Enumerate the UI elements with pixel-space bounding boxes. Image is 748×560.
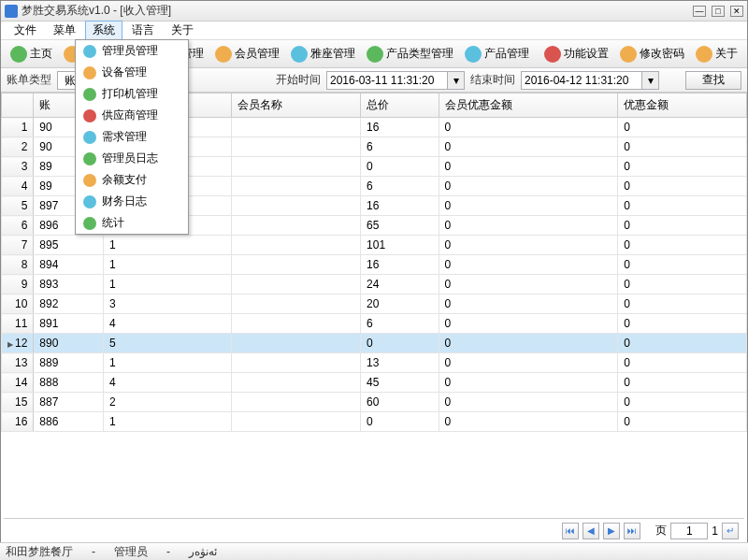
menubar: 文件菜单系统语言关于 (1, 22, 747, 40)
table-row[interactable]: 168861000 (2, 412, 747, 432)
sysmenu-item-6[interactable]: 余额支付 (76, 169, 188, 191)
pager-page-input[interactable] (670, 523, 708, 539)
row-header[interactable]: 11 (2, 314, 34, 334)
titlebar: 梦胜交易系统v1.0 - [收入管理] — □ ✕ (1, 1, 747, 22)
tool-产品管理[interactable]: 产品管理 (459, 43, 535, 65)
col-2[interactable]: 会员名称 (232, 93, 361, 118)
sysmenu-item-2[interactable]: 打印机管理 (76, 83, 188, 105)
tool-icon (291, 46, 308, 63)
menu-item-icon (83, 217, 96, 230)
pager-go-icon[interactable]: ↵ (722, 523, 739, 539)
status-user-role: 管理员 (114, 544, 148, 560)
menu-item-icon (83, 109, 96, 122)
menu-item-icon (83, 195, 96, 208)
menu-3[interactable]: 语言 (124, 21, 162, 40)
table-row[interactable]: 1488844500 (2, 373, 747, 393)
menu-1[interactable]: 菜单 (46, 21, 83, 40)
tool-icon (367, 46, 383, 63)
tool-icon (696, 46, 712, 63)
col-3[interactable]: 总价 (361, 93, 439, 118)
tool-关于[interactable]: 关于 (690, 43, 743, 65)
pager-next-icon[interactable]: ▶ (603, 523, 620, 539)
label-start-time: 开始时间 (276, 72, 321, 88)
row-header[interactable]: 7 (2, 236, 34, 255)
close-button[interactable]: ✕ (730, 6, 743, 17)
tool-会员管理[interactable]: 会员管理 (209, 43, 285, 65)
col-5[interactable]: 优惠金额 (618, 93, 747, 118)
system-menu-dropdown: 管理员管理设备管理打印机管理供应商管理需求管理管理员日志余额支付财务日志统计 (75, 39, 189, 235)
row-header[interactable]: 9 (2, 275, 34, 294)
menu-item-icon (83, 88, 96, 101)
menu-0[interactable]: 文件 (7, 21, 44, 40)
pager-total: 1 (712, 524, 718, 538)
row-header[interactable]: 10 (2, 294, 34, 314)
tool-主页[interactable]: 主页 (5, 43, 58, 65)
row-header[interactable]: 1 (2, 118, 34, 137)
search-button[interactable]: 查找 (685, 71, 741, 90)
maximize-button[interactable]: □ (712, 6, 725, 17)
window-title: 梦胜交易系统v1.0 - [收入管理] (22, 3, 693, 19)
row-header[interactable]: 16 (2, 412, 34, 432)
start-time-input[interactable] (326, 71, 448, 90)
pager-first-icon[interactable]: ⏮ (562, 523, 579, 539)
status-user-name: ئەنۋەر (189, 545, 217, 558)
row-header[interactable]: 12 (2, 334, 34, 353)
end-time-input[interactable] (521, 71, 642, 90)
tool-icon (215, 46, 232, 63)
label-end-time: 结束时间 (470, 72, 515, 88)
row-header[interactable]: 8 (2, 255, 34, 275)
table-row[interactable]: 128905000 (2, 334, 747, 353)
statusbar: 和田梦胜餐厅 - 管理员 - ئەنۋەر (0, 542, 748, 560)
sysmenu-item-7[interactable]: 财务日志 (76, 191, 188, 212)
menu-4[interactable]: 关于 (164, 21, 201, 40)
table-row[interactable]: 118914600 (2, 314, 747, 334)
start-time-picker-icon[interactable]: ▾ (448, 71, 465, 90)
menu-item-icon (83, 45, 96, 58)
row-header[interactable]: 14 (2, 373, 34, 393)
row-header[interactable]: 5 (2, 196, 34, 216)
menu-item-icon (83, 152, 96, 165)
row-header[interactable]: 6 (2, 216, 34, 236)
tool-icon (544, 46, 561, 63)
menu-2[interactable]: 系统 (85, 21, 122, 40)
tool-功能设置[interactable]: 功能设置 (539, 43, 614, 65)
pager-prev-icon[interactable]: ◀ (583, 523, 599, 539)
menu-item-icon (83, 66, 96, 79)
tool-雅座管理[interactable]: 雅座管理 (285, 43, 361, 65)
col-4[interactable]: 会员优惠金额 (439, 93, 618, 118)
sysmenu-item-5[interactable]: 管理员日志 (76, 148, 188, 169)
row-header[interactable]: 4 (2, 177, 34, 196)
sysmenu-item-0[interactable]: 管理员管理 (76, 40, 188, 62)
sysmenu-item-4[interactable]: 需求管理 (76, 126, 188, 148)
tool-icon (465, 46, 482, 63)
row-header[interactable]: 2 (2, 137, 34, 157)
table-row[interactable]: 889411600 (2, 255, 747, 275)
app-icon (5, 5, 18, 18)
pager: ⏮ ◀ ▶ ⏭ 页 1 ↵ (4, 518, 744, 542)
pager-page-label: 页 (655, 523, 667, 538)
menu-item-icon (83, 131, 96, 144)
tool-icon (620, 46, 637, 63)
menu-item-icon (83, 174, 96, 187)
table-row[interactable]: 1089232000 (2, 294, 747, 314)
minimize-button[interactable]: — (693, 6, 706, 17)
row-header[interactable]: 15 (2, 393, 34, 412)
table-row[interactable]: 1388911300 (2, 353, 747, 373)
status-store: 和田梦胜餐厅 (6, 544, 73, 560)
tool-icon (10, 46, 27, 63)
end-time-picker-icon[interactable]: ▾ (642, 71, 659, 90)
tool-修改密码[interactable]: 修改密码 (614, 43, 690, 65)
tool-产品类型管理[interactable]: 产品类型管理 (361, 43, 459, 65)
pager-last-icon[interactable]: ⏭ (624, 523, 640, 539)
row-header[interactable]: 13 (2, 353, 34, 373)
label-bill-type: 账单类型 (7, 72, 51, 88)
table-row[interactable]: 1588726000 (2, 393, 747, 412)
sysmenu-item-8[interactable]: 统计 (76, 212, 188, 234)
window-buttons: — □ ✕ (693, 6, 743, 17)
table-row[interactable]: 989312400 (2, 275, 747, 294)
sysmenu-item-1[interactable]: 设备管理 (76, 62, 188, 83)
row-header[interactable]: 3 (2, 157, 34, 177)
table-row[interactable]: 7895110100 (2, 236, 747, 255)
sysmenu-item-3[interactable]: 供应商管理 (76, 105, 188, 126)
